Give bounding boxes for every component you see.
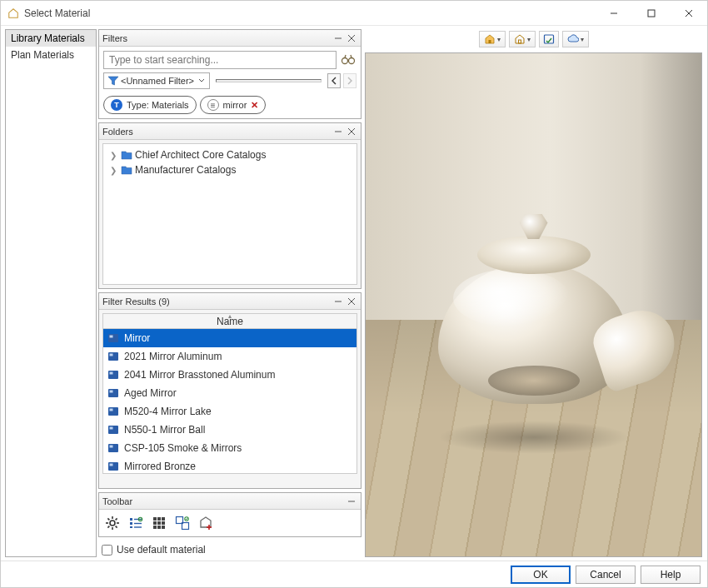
app-icon [7, 7, 19, 19]
result-item[interactable]: Aged Mirror [103, 384, 356, 402]
add-material-button[interactable] [197, 515, 214, 531]
filter-select[interactable]: <Unnamed Filter> [103, 72, 210, 89]
result-item[interactable]: 2021 Mirror Aluminum [103, 347, 356, 366]
remove-tag-icon[interactable]: ✕ [251, 100, 258, 111]
folder-icon [121, 164, 132, 176]
tree-item-label: Chief Architect Core Catalogs [135, 149, 266, 161]
svg-rect-61 [162, 526, 165, 529]
window-title: Select Material [24, 7, 595, 19]
filter-select-label: <Unnamed Filter> [121, 76, 196, 86]
svg-rect-68 [518, 40, 521, 43]
material-icon [107, 369, 119, 381]
default-material-checkbox[interactable] [102, 545, 112, 556]
result-label: M520-4 Mirror Lake [124, 406, 212, 417]
svg-rect-55 [162, 517, 165, 521]
material-icon [107, 351, 119, 362]
svg-rect-33 [110, 464, 113, 466]
prev-filter-button[interactable] [327, 73, 341, 88]
toolbar-panel: Toolbar [98, 492, 361, 537]
settings-button[interactable] [104, 515, 121, 531]
help-button[interactable]: Help [641, 566, 701, 584]
sidebar-item-library-materials[interactable]: Library Materials [6, 30, 96, 47]
tree-item[interactable]: ❯ Manufacturer Catalogs [107, 162, 353, 177]
svg-line-44 [107, 526, 109, 528]
panel-collapse-button[interactable] [332, 296, 344, 307]
toolbar-title: Toolbar [102, 496, 344, 506]
svg-rect-54 [157, 517, 161, 521]
svg-point-8 [349, 58, 355, 64]
preview-toolbar: ▾ ▾ ▾ [365, 29, 702, 49]
svg-rect-56 [153, 521, 157, 525]
folders-panel: Folders ❯ Chief Architect Core Catalogs … [98, 122, 361, 289]
maximize-button[interactable] [632, 1, 670, 25]
default-material-label[interactable]: Use default material [117, 544, 206, 556]
material-icon [107, 442, 119, 454]
filter-slider[interactable] [216, 79, 322, 82]
tree-item[interactable]: ❯ Chief Architect Core Catalogs [107, 147, 353, 162]
material-icon [107, 332, 119, 344]
preview-viewport[interactable] [365, 52, 702, 557]
minimize-button[interactable] [595, 1, 632, 25]
chevron-down-icon: ▾ [581, 36, 584, 43]
result-label: Mirrored Bronze [124, 461, 196, 472]
panel-close-button[interactable] [346, 296, 357, 307]
svg-rect-31 [110, 446, 113, 448]
panel-close-button[interactable] [346, 32, 357, 44]
preview-pane: ▾ ▾ ▾ [365, 29, 702, 557]
preview-scene-button[interactable]: ▾ [509, 31, 536, 47]
svg-rect-47 [130, 522, 132, 525]
results-title: Filter Results (9) [102, 296, 331, 306]
svg-line-45 [116, 518, 117, 520]
svg-rect-57 [157, 521, 161, 525]
panel-collapse-button[interactable] [332, 32, 344, 44]
material-icon [107, 387, 119, 399]
close-button[interactable] [670, 1, 707, 25]
svg-rect-67 [488, 40, 491, 43]
svg-rect-1 [648, 10, 655, 17]
expand-icon[interactable]: ❯ [110, 166, 118, 175]
expand-icon[interactable]: ❯ [110, 151, 118, 160]
type-icon: T [111, 99, 122, 111]
folder-icon [121, 149, 132, 161]
result-label: 2021 Mirror Aluminum [124, 351, 222, 362]
result-label: Mirror [124, 332, 150, 344]
result-item[interactable]: Mirrored Bronze [103, 457, 356, 474]
preview-cloud-button[interactable]: ▾ [562, 31, 589, 47]
material-icon [107, 461, 119, 472]
result-item[interactable]: CSP-105 Smoke & Mirrors [103, 439, 356, 457]
grid-view-button[interactable] [151, 515, 167, 531]
result-label: 2041 Mirror Brasstoned Aluminum [124, 369, 275, 381]
result-item[interactable]: N550-1 Mirror Ball [103, 421, 356, 439]
source-list: Library Materials Plan Materials [5, 29, 97, 557]
ok-button[interactable]: OK [511, 566, 571, 584]
preview-refresh-button[interactable] [539, 31, 559, 47]
panel-close-button[interactable] [346, 126, 357, 137]
preview-toggle-button[interactable] [174, 515, 191, 531]
dialog-button-bar: OK Cancel Help [1, 561, 707, 587]
filter-tag-type[interactable]: T Type: Materials [103, 96, 197, 114]
result-item[interactable]: M520-4 Mirror Lake [103, 402, 356, 421]
chevron-down-icon: ▾ [527, 36, 531, 43]
search-input[interactable] [103, 51, 337, 69]
result-item[interactable]: 2041 Mirror Brasstoned Aluminum [103, 366, 356, 384]
preview-home-button[interactable]: ▾ [479, 31, 506, 47]
text-icon: ≡ [207, 99, 219, 111]
search-button[interactable] [340, 51, 356, 69]
list-view-button[interactable] [127, 515, 144, 531]
filters-panel: Filters <Unnamed Filter> [98, 29, 361, 119]
results-column-header[interactable]: ▴ Name [102, 313, 357, 328]
filter-tag-text[interactable]: ≡ mirror ✕ [200, 96, 267, 114]
cancel-button[interactable]: Cancel [576, 566, 636, 584]
next-filter-button[interactable] [343, 73, 356, 88]
window-controls [595, 1, 707, 25]
svg-rect-21 [110, 354, 113, 356]
sidebar-item-plan-materials[interactable]: Plan Materials [6, 47, 96, 63]
panel-collapse-button[interactable] [346, 496, 357, 507]
panel-collapse-button[interactable] [332, 126, 344, 137]
svg-rect-60 [157, 526, 161, 529]
preview-object [438, 262, 630, 404]
filter-icon [107, 75, 119, 87]
material-icon [107, 406, 119, 417]
result-item[interactable]: Mirror [103, 329, 356, 347]
chevron-down-icon: ▾ [497, 36, 501, 43]
